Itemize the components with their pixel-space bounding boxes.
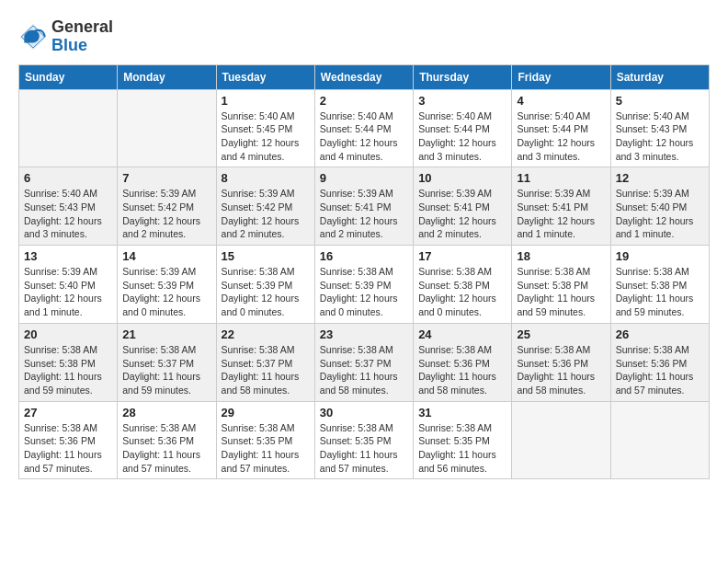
day-info: Sunrise: 5:38 AMSunset: 5:38 PMDaylight:… <box>24 343 112 397</box>
day-info: Sunrise: 5:38 AMSunset: 5:39 PMDaylight:… <box>222 265 310 319</box>
calendar-week-row: 1Sunrise: 5:40 AMSunset: 5:45 PMDaylight… <box>19 89 710 167</box>
day-number: 20 <box>24 327 112 341</box>
calendar-cell: 12Sunrise: 5:39 AMSunset: 5:40 PMDayligh… <box>610 167 709 246</box>
day-info: Sunrise: 5:39 AMSunset: 5:42 PMDaylight:… <box>222 187 310 241</box>
calendar-cell: 5Sunrise: 5:40 AMSunset: 5:43 PMDaylight… <box>610 89 709 167</box>
day-number: 14 <box>122 249 210 263</box>
day-number: 3 <box>418 94 506 108</box>
day-info: Sunrise: 5:40 AMSunset: 5:45 PMDaylight:… <box>222 109 310 164</box>
day-info: Sunrise: 5:38 AMSunset: 5:37 PMDaylight:… <box>320 343 408 397</box>
calendar-cell: 3Sunrise: 5:40 AMSunset: 5:44 PMDaylight… <box>414 89 512 167</box>
calendar-cell: 18Sunrise: 5:38 AMSunset: 5:38 PMDayligh… <box>512 246 610 324</box>
day-info: Sunrise: 5:38 AMSunset: 5:35 PMDaylight:… <box>418 421 506 476</box>
calendar-cell: 27Sunrise: 5:38 AMSunset: 5:36 PMDayligh… <box>19 401 118 479</box>
calendar-cell: 6Sunrise: 5:40 AMSunset: 5:43 PMDaylight… <box>19 167 118 246</box>
day-number: 28 <box>122 406 210 419</box>
logo: General Blue <box>18 18 113 55</box>
calendar-cell <box>512 401 610 479</box>
calendar-cell <box>610 401 709 479</box>
day-info: Sunrise: 5:38 AMSunset: 5:35 PMDaylight:… <box>320 421 408 476</box>
calendar-cell <box>19 89 118 167</box>
day-info: Sunrise: 5:39 AMSunset: 5:41 PMDaylight:… <box>418 187 506 241</box>
calendar-week-row: 13Sunrise: 5:39 AMSunset: 5:40 PMDayligh… <box>19 246 710 324</box>
column-header-sunday: Sunday <box>19 64 118 89</box>
day-info: Sunrise: 5:38 AMSunset: 5:36 PMDaylight:… <box>418 343 506 397</box>
day-info: Sunrise: 5:39 AMSunset: 5:41 PMDaylight:… <box>320 187 408 241</box>
column-header-monday: Monday <box>118 64 216 89</box>
day-info: Sunrise: 5:38 AMSunset: 5:35 PMDaylight:… <box>222 421 310 476</box>
day-number: 9 <box>320 171 408 185</box>
day-info: Sunrise: 5:40 AMSunset: 5:44 PMDaylight:… <box>418 109 506 164</box>
day-info: Sunrise: 5:40 AMSunset: 5:44 PMDaylight:… <box>320 109 408 164</box>
day-info: Sunrise: 5:38 AMSunset: 5:37 PMDaylight:… <box>122 343 210 397</box>
calendar-cell: 2Sunrise: 5:40 AMSunset: 5:44 PMDaylight… <box>314 89 413 167</box>
calendar-cell: 28Sunrise: 5:38 AMSunset: 5:36 PMDayligh… <box>118 401 216 479</box>
calendar-cell: 20Sunrise: 5:38 AMSunset: 5:38 PMDayligh… <box>19 323 118 401</box>
calendar-week-row: 20Sunrise: 5:38 AMSunset: 5:38 PMDayligh… <box>19 323 710 401</box>
calendar-cell: 13Sunrise: 5:39 AMSunset: 5:40 PMDayligh… <box>19 246 118 324</box>
day-info: Sunrise: 5:38 AMSunset: 5:37 PMDaylight:… <box>222 343 310 397</box>
day-info: Sunrise: 5:38 AMSunset: 5:38 PMDaylight:… <box>517 265 605 319</box>
calendar-cell: 30Sunrise: 5:38 AMSunset: 5:35 PMDayligh… <box>314 401 413 479</box>
day-number: 26 <box>616 327 704 341</box>
day-number: 12 <box>616 171 704 185</box>
day-number: 6 <box>24 171 112 185</box>
day-number: 16 <box>320 249 408 263</box>
day-number: 25 <box>517 327 605 341</box>
calendar-cell: 7Sunrise: 5:39 AMSunset: 5:42 PMDaylight… <box>118 167 216 246</box>
day-number: 18 <box>517 249 605 263</box>
calendar-cell: 17Sunrise: 5:38 AMSunset: 5:38 PMDayligh… <box>414 246 512 324</box>
day-number: 4 <box>517 94 605 108</box>
day-number: 7 <box>122 171 210 185</box>
day-info: Sunrise: 5:40 AMSunset: 5:43 PMDaylight:… <box>616 109 704 164</box>
day-info: Sunrise: 5:39 AMSunset: 5:40 PMDaylight:… <box>616 187 704 241</box>
day-number: 13 <box>24 249 112 263</box>
day-info: Sunrise: 5:38 AMSunset: 5:38 PMDaylight:… <box>418 265 506 319</box>
page-header: General Blue <box>18 18 710 55</box>
logo-text-general: General <box>51 18 113 37</box>
day-number: 22 <box>222 327 310 341</box>
calendar-cell <box>118 89 216 167</box>
day-number: 21 <box>122 327 210 341</box>
day-info: Sunrise: 5:39 AMSunset: 5:42 PMDaylight:… <box>122 187 210 241</box>
day-info: Sunrise: 5:38 AMSunset: 5:36 PMDaylight:… <box>122 421 210 476</box>
day-number: 11 <box>517 171 605 185</box>
column-header-saturday: Saturday <box>610 64 709 89</box>
day-number: 17 <box>418 249 506 263</box>
calendar-cell: 11Sunrise: 5:39 AMSunset: 5:41 PMDayligh… <box>512 167 610 246</box>
day-info: Sunrise: 5:38 AMSunset: 5:36 PMDaylight:… <box>24 421 112 476</box>
day-number: 15 <box>222 249 310 263</box>
calendar-cell: 22Sunrise: 5:38 AMSunset: 5:37 PMDayligh… <box>216 323 314 401</box>
day-number: 5 <box>616 94 704 108</box>
day-number: 1 <box>222 94 310 108</box>
calendar-table: SundayMondayTuesdayWednesdayThursdayFrid… <box>18 64 710 480</box>
calendar-cell: 23Sunrise: 5:38 AMSunset: 5:37 PMDayligh… <box>314 323 413 401</box>
day-info: Sunrise: 5:38 AMSunset: 5:39 PMDaylight:… <box>320 265 408 319</box>
column-header-tuesday: Tuesday <box>216 64 314 89</box>
day-number: 10 <box>418 171 506 185</box>
day-info: Sunrise: 5:40 AMSunset: 5:44 PMDaylight:… <box>517 109 605 164</box>
calendar-cell: 16Sunrise: 5:38 AMSunset: 5:39 PMDayligh… <box>314 246 413 324</box>
calendar-cell: 21Sunrise: 5:38 AMSunset: 5:37 PMDayligh… <box>118 323 216 401</box>
column-header-friday: Friday <box>512 64 610 89</box>
calendar-cell: 19Sunrise: 5:38 AMSunset: 5:38 PMDayligh… <box>610 246 709 324</box>
logo-text-blue: Blue <box>51 37 113 55</box>
calendar-cell: 4Sunrise: 5:40 AMSunset: 5:44 PMDaylight… <box>512 89 610 167</box>
logo-icon <box>18 22 48 52</box>
day-info: Sunrise: 5:38 AMSunset: 5:38 PMDaylight:… <box>616 265 704 319</box>
calendar-cell: 14Sunrise: 5:39 AMSunset: 5:39 PMDayligh… <box>118 246 216 324</box>
day-number: 27 <box>24 406 112 419</box>
calendar-cell: 10Sunrise: 5:39 AMSunset: 5:41 PMDayligh… <box>414 167 512 246</box>
day-number: 29 <box>222 406 310 419</box>
calendar-cell: 29Sunrise: 5:38 AMSunset: 5:35 PMDayligh… <box>216 401 314 479</box>
day-number: 30 <box>320 406 408 419</box>
calendar-week-row: 27Sunrise: 5:38 AMSunset: 5:36 PMDayligh… <box>19 401 710 479</box>
day-number: 2 <box>320 94 408 108</box>
calendar-cell: 15Sunrise: 5:38 AMSunset: 5:39 PMDayligh… <box>216 246 314 324</box>
calendar-header-row: SundayMondayTuesdayWednesdayThursdayFrid… <box>19 64 710 89</box>
calendar-cell: 26Sunrise: 5:38 AMSunset: 5:36 PMDayligh… <box>610 323 709 401</box>
day-info: Sunrise: 5:38 AMSunset: 5:36 PMDaylight:… <box>517 343 605 397</box>
calendar-cell: 24Sunrise: 5:38 AMSunset: 5:36 PMDayligh… <box>414 323 512 401</box>
calendar-cell: 25Sunrise: 5:38 AMSunset: 5:36 PMDayligh… <box>512 323 610 401</box>
day-info: Sunrise: 5:39 AMSunset: 5:40 PMDaylight:… <box>24 265 112 319</box>
